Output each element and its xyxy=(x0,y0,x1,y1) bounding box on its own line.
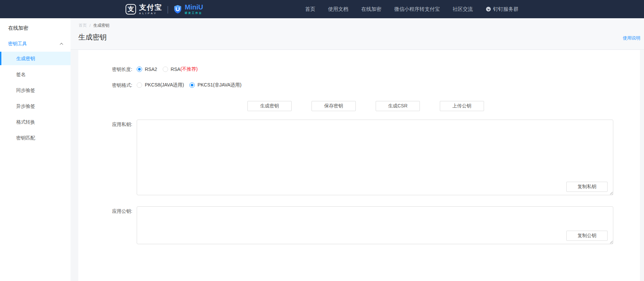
copy-public-key-button[interactable]: 复制公钥 xyxy=(566,231,608,241)
alipay-logo-en: ALIPAY xyxy=(139,12,162,15)
generate-key-button[interactable]: 生成密钥 xyxy=(247,101,292,111)
nav-item-docs[interactable]: 使用文档 xyxy=(328,6,348,12)
sidebar-title: 在线加密 xyxy=(0,18,71,31)
public-key-label: 应用公钥: xyxy=(78,206,132,244)
radio-selected-icon[interactable] xyxy=(189,82,195,88)
radio-unselected-icon[interactable] xyxy=(163,67,168,72)
nav-item-wechat-to-alipay[interactable]: 微信小程序转支付宝 xyxy=(394,6,440,12)
usage-help-link[interactable]: 使用说明 xyxy=(623,35,640,41)
nav-item-community[interactable]: 社区交流 xyxy=(453,6,473,12)
miniu-logo-subtitle: 研发工作台 xyxy=(185,11,203,15)
key-format-label: 密钥格式: xyxy=(78,81,132,89)
private-key-row: 应用私钥: 复制私钥 xyxy=(78,120,613,195)
upload-public-key-button[interactable]: 上传公钥 xyxy=(440,101,484,111)
alipay-logo-icon: 支 xyxy=(126,4,136,15)
radio-option-rsa[interactable]: RSA (不推荐) xyxy=(163,66,198,72)
sidebar-item-key-match[interactable]: 密钥匹配 xyxy=(0,131,71,145)
main-content-card: 密钥长度: RSA2 RSA (不推荐) 密钥格式: PKCS8(JAVA适用)… xyxy=(78,50,640,281)
breadcrumb-separator: / xyxy=(89,23,90,28)
radio-option-pkcs1[interactable]: PKCS1(非JAVA适用) xyxy=(189,82,241,88)
public-key-textarea[interactable] xyxy=(137,206,613,244)
radio-option-rsa2[interactable]: RSA2 xyxy=(137,67,157,72)
action-buttons-row: 生成密钥 保存密钥 生成CSR 上传公钥 xyxy=(247,101,484,111)
miniu-shield-icon xyxy=(173,5,182,14)
breadcrumb-home[interactable]: 首页 xyxy=(79,23,87,28)
nav-item-online-encrypt[interactable]: 在线加密 xyxy=(361,6,381,12)
private-key-textarea[interactable] xyxy=(137,120,613,195)
page-title: 生成密钥 xyxy=(78,32,107,42)
sidebar-item-generate-key[interactable]: 生成密钥 xyxy=(0,52,71,65)
radio-selected-icon[interactable] xyxy=(137,67,142,72)
sidebar-group-label: 密钥工具 xyxy=(8,41,27,47)
sidebar-group-key-tools[interactable]: 密钥工具 xyxy=(0,40,71,48)
alipay-logo-cn: 支付宝 xyxy=(139,4,162,11)
logo-group[interactable]: 支 支付宝 ALIPAY | MiniU 研发工 xyxy=(126,4,203,15)
radio-unselected-icon[interactable] xyxy=(137,82,142,88)
nav-menu: 首页 使用文档 在线加密 微信小程序转支付宝 社区交流 钉钉服务群 xyxy=(305,6,518,12)
breadcrumb: 首页 / 生成密钥 xyxy=(79,23,109,28)
sidebar-item-format-convert[interactable]: 格式转换 xyxy=(0,115,71,129)
private-key-label: 应用私钥: xyxy=(78,120,132,195)
page-header: 首页 / 生成密钥 生成密钥 使用说明 xyxy=(71,18,644,50)
key-length-row: 密钥长度: RSA2 RSA (不推荐) xyxy=(78,65,203,73)
chevron-up-icon xyxy=(60,43,63,46)
miniu-logo-text: MiniU xyxy=(185,4,203,10)
public-key-row: 应用公钥: 复制公钥 xyxy=(78,206,613,244)
copy-private-key-button[interactable]: 复制私钥 xyxy=(566,182,608,192)
generate-csr-button[interactable]: 生成CSR xyxy=(376,101,420,111)
key-length-label: 密钥长度: xyxy=(78,65,132,73)
sidebar: 在线加密 密钥工具 生成密钥 签名 同步验签 异步验签 格式转换 密钥匹配 xyxy=(0,18,71,281)
save-key-button[interactable]: 保存密钥 xyxy=(312,101,356,111)
radio-option-pkcs8[interactable]: PKCS8(JAVA适用) xyxy=(137,82,184,88)
key-format-row: 密钥格式: PKCS8(JAVA适用) PKCS1(非JAVA适用) xyxy=(78,81,247,89)
dingtalk-icon xyxy=(486,6,491,12)
logo-separator: | xyxy=(167,4,169,14)
not-recommended-note: (不推荐) xyxy=(180,66,197,72)
breadcrumb-current: 生成密钥 xyxy=(93,23,109,28)
top-navbar: 支 支付宝 ALIPAY | MiniU 研发工 xyxy=(0,0,644,18)
nav-item-dingtalk-group[interactable]: 钉钉服务群 xyxy=(486,6,518,12)
sidebar-item-sign[interactable]: 签名 xyxy=(0,68,71,81)
sidebar-item-sync-verify[interactable]: 同步验签 xyxy=(0,83,71,97)
sidebar-item-async-verify[interactable]: 异步验签 xyxy=(0,99,71,113)
nav-item-home[interactable]: 首页 xyxy=(305,6,315,12)
